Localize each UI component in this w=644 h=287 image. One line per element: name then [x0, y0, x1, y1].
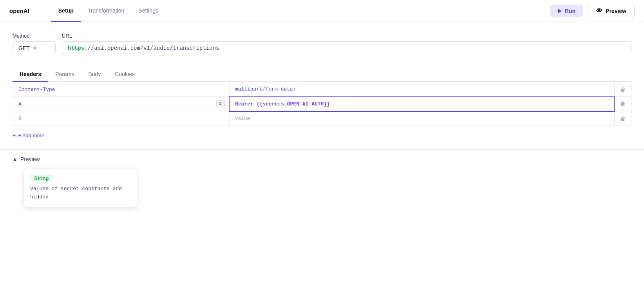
preview-button[interactable]: 👁 Preview — [588, 4, 635, 18]
table-row: A ⧉ Bearer {{secrets.OPEN_AI_AUTH}} 🗑 — [13, 97, 631, 111]
nav-tabs: Setup Transformation Settings — [51, 0, 165, 22]
url-input[interactable]: https://api.openai.com/v1/audio/transcri… — [62, 41, 631, 55]
url-field-group: URL https://api.openai.com/v1/audio/tran… — [62, 33, 631, 55]
chevron-down-icon: ▾ — [34, 45, 36, 51]
copy-icon[interactable]: ⧉ — [216, 100, 225, 107]
trash-icon: 🗑 — [620, 101, 626, 107]
sub-tab-headers[interactable]: Headers — [13, 67, 48, 82]
url-https-part: https — [68, 45, 84, 51]
sub-tabs: Headers Params Body Cookies — [13, 66, 631, 82]
sub-tab-body[interactable]: Body — [81, 67, 108, 82]
header-value-2[interactable]: Value — [229, 111, 614, 126]
method-field-group: Method GET ▾ — [13, 33, 56, 55]
headers-table: Content-Type multipart/form-data; 🗑 A ⧉ … — [13, 82, 631, 126]
header-key-0[interactable]: Content-Type — [13, 82, 230, 97]
delete-row-0[interactable]: 🗑 — [614, 82, 631, 97]
add-more-label: + Add more — [18, 133, 44, 138]
eye-icon: 👁 — [596, 7, 602, 15]
header-value-1[interactable]: Bearer {{secrets.OPEN_AI_AUTH}} — [229, 97, 614, 111]
delete-row-1[interactable]: 🗑 — [614, 97, 631, 111]
sub-tab-cookies[interactable]: Cookies — [108, 67, 142, 82]
preview-label: Preview — [20, 156, 40, 162]
delete-row-2[interactable]: 🗑 — [614, 111, 631, 126]
header-key-2[interactable]: K — [13, 111, 230, 126]
url-rest-part: ://api.openai.com/v1/audio/transcription… — [84, 45, 219, 51]
preview-chevron-icon: ▲ — [13, 156, 17, 162]
header-value-0[interactable]: multipart/form-data; — [229, 82, 614, 97]
trash-icon: 🗑 — [620, 86, 626, 93]
sub-tab-params[interactable]: Params — [48, 67, 81, 82]
tab-setup[interactable]: Setup — [51, 0, 81, 22]
top-nav: openAI Setup Transformation Settings Run… — [0, 0, 644, 22]
preview-section[interactable]: ▲ Preview — [0, 149, 644, 169]
method-label: Method — [13, 33, 56, 39]
nav-actions: Run 👁 Preview — [550, 4, 635, 18]
method-select[interactable]: GET ▾ — [13, 41, 56, 55]
app-title: openAI — [9, 7, 29, 14]
run-icon — [558, 9, 562, 13]
header-key-1[interactable]: A ⧉ — [13, 97, 230, 111]
plus-icon: + — [13, 132, 16, 138]
method-value: GET — [18, 45, 30, 51]
add-more-button[interactable]: + + Add more — [13, 131, 631, 140]
tab-transformation[interactable]: Transformation — [81, 0, 132, 22]
run-button[interactable]: Run — [550, 5, 583, 17]
url-label: URL — [62, 33, 631, 39]
table-row: Content-Type multipart/form-data; 🗑 — [13, 82, 631, 97]
trash-icon: 🗑 — [620, 115, 626, 122]
tab-settings[interactable]: Settings — [131, 0, 165, 22]
main-content: Method GET ▾ URL https://api.openai.com/… — [0, 22, 644, 140]
method-url-row: Method GET ▾ URL https://api.openai.com/… — [13, 33, 631, 55]
table-row: K Value 🗑 — [13, 111, 631, 126]
